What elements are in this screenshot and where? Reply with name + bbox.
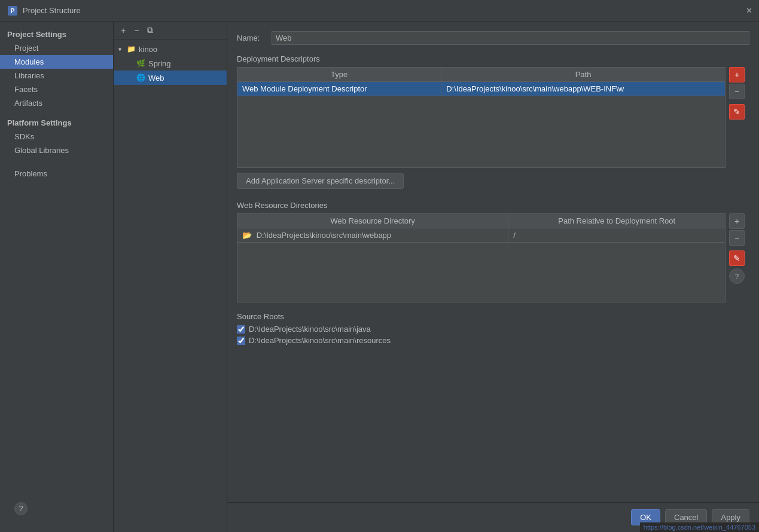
- webres-col-dir: Web Resource Directory: [237, 214, 508, 228]
- deployment-edit-button[interactable]: ✎: [729, 104, 745, 120]
- content-inner: Name: Deployment Descriptors Type Path W: [227, 22, 759, 502]
- sidebar-item-facets[interactable]: Facets: [0, 82, 113, 96]
- tree-label-spring: Spring: [148, 59, 171, 68]
- close-button[interactable]: ×: [746, 6, 752, 16]
- webres-dir-cell: 📂 D:\IdeaProjects\kinoo\src\main\webapp: [237, 228, 508, 243]
- watermark: https://blog.csdn.net/weixin_44767053: [640, 522, 759, 532]
- tree-item-kinoo[interactable]: ▾ 📁 kinoo: [114, 42, 227, 56]
- tree-toolbar: + − ⧉: [114, 22, 227, 39]
- help-button[interactable]: ?: [14, 502, 28, 515]
- table-row-empty: [237, 96, 726, 168]
- deployment-descriptors-title: Deployment Descriptors: [237, 54, 749, 63]
- sidebar-item-libraries[interactable]: Libraries: [0, 69, 113, 82]
- sidebar-item-sdks[interactable]: SDKs: [0, 130, 113, 143]
- tree-label-kinoo: kinoo: [139, 45, 157, 54]
- webres-path-cell: /: [508, 228, 726, 243]
- sidebar-item-problems[interactable]: Problems: [0, 167, 113, 181]
- web-resource-table: Web Resource Directory Path Relative to …: [237, 213, 726, 302]
- source-root-row-2: D:\IdeaProjects\kinoo\src\main\resources: [237, 336, 749, 345]
- source-root-checkbox-2[interactable]: [237, 337, 245, 345]
- table-row[interactable]: Web Module Deployment Descriptor D:\Idea…: [237, 82, 726, 96]
- tree-item-web[interactable]: 🌐 Web: [114, 71, 227, 85]
- tree-copy-button[interactable]: ⧉: [145, 24, 156, 36]
- webres-edit-button[interactable]: ✎: [729, 250, 745, 266]
- tree-remove-button[interactable]: −: [132, 25, 141, 36]
- source-roots-title: Source Roots: [237, 312, 749, 321]
- folder-icon-kinoo: 📁: [126, 44, 136, 54]
- tree-add-button[interactable]: +: [118, 25, 128, 36]
- deployment-type-cell: Web Module Deployment Descriptor: [237, 82, 441, 96]
- source-root-row-1: D:\IdeaProjects\kinoo\src\main\java: [237, 325, 749, 334]
- deployment-col-type: Type: [237, 68, 441, 82]
- source-root-checkbox-1[interactable]: [237, 325, 245, 334]
- platform-settings-heading: Platform Settings: [0, 115, 113, 130]
- name-row: Name:: [237, 31, 749, 45]
- sidebar-item-global-libraries[interactable]: Global Libraries: [0, 143, 113, 157]
- tree-arrow-kinoo: ▾: [118, 46, 126, 53]
- deployment-table-wrapper: Type Path Web Module Deployment Descript…: [237, 67, 726, 168]
- deployment-path-cell: D:\IdeaProjects\kinoo\src\main\webapp\WE…: [441, 82, 726, 96]
- webres-add-button[interactable]: +: [729, 213, 745, 229]
- deployment-remove-button[interactable]: −: [729, 84, 745, 99]
- sidebar-item-modules[interactable]: Modules: [0, 55, 113, 69]
- source-root-path-1: D:\IdeaProjects\kinoo\src\main\java: [249, 325, 371, 334]
- spring-icon: 🌿: [135, 58, 146, 69]
- deployment-action-buttons: + − ✎: [729, 67, 745, 120]
- tree-panel: + − ⧉ ▾ 📁 kinoo 🌿 Spring 🌐: [114, 22, 227, 532]
- table-row[interactable]: 📂 D:\IdeaProjects\kinoo\src\main\webapp …: [237, 228, 726, 243]
- deployment-table: Type Path Web Module Deployment Descript…: [237, 67, 726, 168]
- web-resource-table-wrapper: Web Resource Directory Path Relative to …: [237, 213, 726, 302]
- add-server-descriptor-button[interactable]: Add Application Server specific descript…: [237, 173, 404, 189]
- project-settings-heading: Project Settings: [0, 26, 113, 41]
- web-resource-title: Web Resource Directories: [237, 201, 749, 210]
- sidebar: Project Settings Project Modules Librari…: [0, 22, 114, 532]
- webres-col-path: Path Relative to Deployment Root: [508, 214, 726, 228]
- app-icon: P: [7, 5, 18, 16]
- tree-item-spring[interactable]: 🌿 Spring: [114, 56, 227, 71]
- title-bar: P Project Structure ×: [0, 0, 759, 22]
- sidebar-item-project[interactable]: Project: [0, 41, 113, 55]
- deployment-col-path: Path: [441, 68, 726, 82]
- webres-remove-button[interactable]: −: [729, 230, 745, 246]
- webres-help-button[interactable]: ?: [729, 268, 745, 284]
- main-layout: Project Settings Project Modules Librari…: [0, 22, 759, 532]
- svg-text:P: P: [11, 8, 15, 14]
- name-label: Name:: [237, 33, 267, 42]
- webres-action-buttons: + − ✎ ?: [729, 213, 745, 284]
- web-icon: 🌐: [135, 72, 146, 83]
- table-row-empty: [237, 243, 726, 302]
- sidebar-item-artifacts[interactable]: Artifacts: [0, 96, 113, 110]
- tree-label-web: Web: [148, 74, 164, 82]
- name-input[interactable]: [272, 31, 749, 45]
- source-root-path-2: D:\IdeaProjects\kinoo\src\main\resources: [249, 336, 391, 345]
- tree-content: ▾ 📁 kinoo 🌿 Spring 🌐 Web: [114, 39, 227, 532]
- window-title: Project Structure: [23, 6, 81, 15]
- deployment-add-button[interactable]: +: [729, 67, 745, 82]
- content-panel: Name: Deployment Descriptors Type Path W: [227, 22, 759, 532]
